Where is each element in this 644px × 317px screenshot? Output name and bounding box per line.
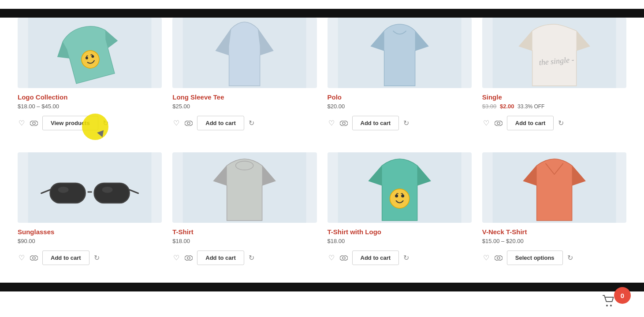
product-image-long-sleeve-tee[interactable] xyxy=(172,18,316,88)
quickview-btn-logo-collection[interactable] xyxy=(29,120,39,127)
quickview-btn-vneck-tshirt[interactable] xyxy=(494,254,503,262)
product-card-tshirt-logo: T-Shirt with Logo $18.00 ♡ Add to cart ↻ xyxy=(328,152,472,265)
quickview-btn-polo[interactable] xyxy=(339,120,349,127)
product-actions-long-sleeve-tee: ♡ Add to cart ↻ xyxy=(172,116,316,130)
svg-point-25 xyxy=(33,257,35,259)
compare-btn-vneck-tshirt[interactable]: ↻ xyxy=(566,253,574,263)
svg-point-27 xyxy=(236,161,253,170)
wishlist-btn-long-sleeve-tee[interactable]: ♡ xyxy=(172,118,180,128)
svg-point-14 xyxy=(495,121,503,126)
product-price-vneck-tshirt: $15.00 – $20.00 xyxy=(482,238,626,244)
product-card-sunglasses: Sunglasses $90.00 ♡ Add to cart ↻ xyxy=(18,152,162,265)
product-image-tshirt[interactable] xyxy=(172,152,316,223)
svg-point-7 xyxy=(185,121,193,126)
compare-btn-sunglasses[interactable]: ↻ xyxy=(93,253,101,263)
compare-btn-tshirt[interactable]: ↻ xyxy=(248,253,255,263)
quickview-btn-long-sleeve-tee[interactable] xyxy=(184,120,194,127)
svg-point-22 xyxy=(58,187,69,193)
quickview-btn-single[interactable] xyxy=(494,120,503,127)
add-to-cart-btn-sunglasses[interactable]: Add to cart xyxy=(42,251,89,265)
compare-btn-long-sleeve-tee[interactable]: ↻ xyxy=(248,118,255,128)
product-image-sunglasses[interactable] xyxy=(18,152,162,223)
product-actions-sunglasses: ♡ Add to cart ↻ xyxy=(18,251,162,265)
svg-point-4 xyxy=(30,121,38,126)
product-name-single[interactable]: Single xyxy=(482,93,626,101)
product-image-tshirt-logo[interactable] xyxy=(328,152,472,223)
wishlist-btn-logo-collection[interactable]: ♡ xyxy=(18,118,26,128)
highlight-circle xyxy=(82,114,108,140)
product-name-vneck-tshirt[interactable]: V-Neck T-Shirt xyxy=(482,228,626,236)
svg-point-35 xyxy=(342,257,345,259)
compare-btn-polo[interactable]: ↻ xyxy=(402,118,410,128)
product-card-logo-collection: Logo Collection $18.00 – $45.00 ♡ View p… xyxy=(18,18,162,130)
product-name-polo[interactable]: Polo xyxy=(328,93,472,101)
svg-rect-19 xyxy=(94,183,130,203)
svg-rect-16 xyxy=(28,152,152,223)
wishlist-btn-tshirt-logo[interactable]: ♡ xyxy=(328,253,335,263)
product-price-single: $3.00 $2.00 33.3% OFF xyxy=(482,103,626,110)
price-discount-single: 33.3% OFF xyxy=(517,103,544,110)
svg-point-10 xyxy=(340,121,348,126)
svg-point-33 xyxy=(401,195,404,198)
product-card-tshirt: T-Shirt $18.00 ♡ Add to cart ↻ xyxy=(172,152,316,265)
svg-point-37 xyxy=(495,255,503,261)
product-price-tshirt-logo: $18.00 xyxy=(328,238,472,244)
product-image-logo-collection[interactable] xyxy=(18,18,162,88)
add-to-cart-btn-polo[interactable]: Add to cart xyxy=(352,116,399,130)
wishlist-btn-tshirt[interactable]: ♡ xyxy=(172,253,180,263)
products-grid-row2: Sunglasses $90.00 ♡ Add to cart ↻ xyxy=(18,144,626,291)
product-image-single[interactable]: the single - xyxy=(482,18,626,88)
svg-point-28 xyxy=(185,255,193,261)
product-name-sunglasses[interactable]: Sunglasses xyxy=(18,228,162,236)
product-actions-polo: ♡ Add to cart ↻ xyxy=(328,116,472,130)
wishlist-btn-single[interactable]: ♡ xyxy=(482,118,490,128)
svg-rect-18 xyxy=(50,183,86,203)
select-options-btn-vneck-tshirt[interactable]: Select options xyxy=(507,251,563,265)
product-price-logo-collection: $18.00 – $45.00 xyxy=(18,103,162,110)
quickview-btn-tshirt[interactable] xyxy=(184,254,194,262)
product-price-polo: $20.00 xyxy=(328,103,472,110)
product-image-polo[interactable] xyxy=(328,18,472,88)
product-card-polo: Polo $20.00 ♡ Add to cart ↻ xyxy=(328,18,472,130)
product-price-tshirt: $18.00 xyxy=(172,238,316,244)
price-original-single: $3.00 xyxy=(482,103,497,110)
wishlist-btn-polo[interactable]: ♡ xyxy=(328,118,335,128)
svg-point-23 xyxy=(102,187,113,193)
compare-btn-tshirt-logo[interactable]: ↻ xyxy=(402,253,410,263)
price-sale-single: $2.00 xyxy=(500,103,514,110)
product-name-logo-collection[interactable]: Logo Collection xyxy=(18,93,162,101)
quickview-btn-sunglasses[interactable] xyxy=(29,254,39,262)
svg-point-15 xyxy=(497,122,500,125)
add-to-cart-btn-single[interactable]: Add to cart xyxy=(507,116,554,130)
svg-point-32 xyxy=(395,195,398,198)
svg-point-38 xyxy=(497,257,500,259)
svg-point-11 xyxy=(342,122,345,125)
product-price-long-sleeve-tee: $25.00 xyxy=(172,103,316,110)
svg-point-34 xyxy=(340,255,348,261)
product-card-single: the single - Single $3.00 $2.00 33.3% OF… xyxy=(482,18,626,130)
wishlist-btn-sunglasses[interactable]: ♡ xyxy=(18,253,26,263)
product-actions-tshirt: ♡ Add to cart ↻ xyxy=(172,251,316,265)
add-to-cart-btn-long-sleeve-tee[interactable]: Add to cart xyxy=(197,116,244,130)
svg-point-5 xyxy=(33,122,35,125)
svg-point-24 xyxy=(30,255,38,261)
products-grid-row1: Logo Collection $18.00 – $45.00 ♡ View p… xyxy=(18,9,626,157)
svg-point-31 xyxy=(390,189,409,208)
add-to-cart-btn-tshirt-logo[interactable]: Add to cart xyxy=(352,251,399,265)
svg-point-29 xyxy=(187,257,190,259)
add-to-cart-btn-tshirt[interactable]: Add to cart xyxy=(197,251,244,265)
product-card-long-sleeve-tee: Long Sleeve Tee $25.00 ♡ Add to cart ↻ xyxy=(172,18,316,130)
quickview-btn-tshirt-logo[interactable] xyxy=(339,254,349,262)
product-price-sunglasses: $90.00 xyxy=(18,238,162,244)
product-name-tshirt[interactable]: T-Shirt xyxy=(172,228,316,236)
product-actions-vneck-tshirt: ♡ Select options ↻ xyxy=(482,251,626,265)
product-card-vneck-tshirt: V-Neck T-Shirt $15.00 – $20.00 ♡ Select … xyxy=(482,152,626,265)
svg-point-8 xyxy=(187,122,190,125)
product-actions-tshirt-logo: ♡ Add to cart ↻ xyxy=(328,251,472,265)
product-name-tshirt-logo[interactable]: T-Shirt with Logo xyxy=(328,228,472,236)
product-name-long-sleeve-tee[interactable]: Long Sleeve Tee xyxy=(172,93,316,101)
product-actions-single: ♡ Add to cart ↻ xyxy=(482,116,626,130)
compare-btn-single[interactable]: ↻ xyxy=(557,118,565,128)
product-image-vneck-tshirt[interactable] xyxy=(482,152,626,223)
wishlist-btn-vneck-tshirt[interactable]: ♡ xyxy=(482,253,490,263)
